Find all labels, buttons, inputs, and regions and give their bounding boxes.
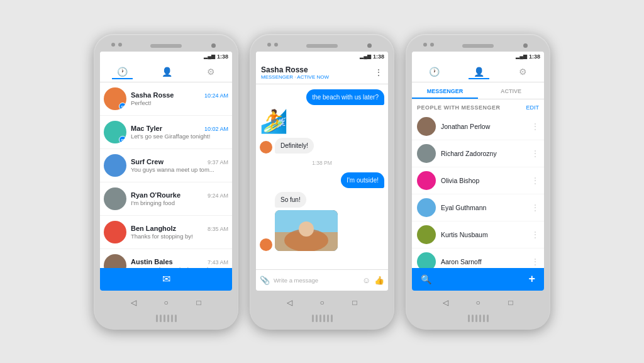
active-tab[interactable]: ACTIVE bbox=[478, 85, 544, 99]
people-item-olivia[interactable]: Olivia Bishop ⋮ bbox=[412, 167, 544, 194]
signal-icon-3: ▂▄▆ bbox=[516, 53, 527, 59]
tab-recent[interactable]: 🕐 bbox=[112, 65, 133, 79]
more-aaron[interactable]: ⋮ bbox=[531, 257, 539, 266]
conv-item-mac[interactable]: m Mac Tyler 10:02 AM Let's go see Giraff… bbox=[100, 116, 232, 149]
more-jonathan[interactable]: ⋮ bbox=[531, 122, 539, 131]
messenger-tab[interactable]: MESSENGER bbox=[412, 85, 478, 99]
conv-info-surf: Surf Crew 9:37 AM You guys wanna meet up… bbox=[131, 158, 228, 173]
time-1: 1:38 bbox=[217, 53, 228, 60]
people-item-aaron[interactable]: Aaron Sarnoff ⋮ bbox=[412, 249, 544, 268]
time-2: 1:38 bbox=[373, 53, 384, 60]
dot-3 bbox=[267, 43, 271, 47]
people-bottom-bar: 🔍 + bbox=[412, 268, 544, 291]
dot-1 bbox=[111, 43, 115, 47]
phone-top-bar-2 bbox=[255, 42, 389, 52]
edit-button[interactable]: EDIT bbox=[526, 104, 539, 111]
person-name-richard: Richard Zadorozny bbox=[441, 150, 531, 157]
person-name-jonathan: Jonathan Perlow bbox=[441, 123, 531, 130]
recents-button-2[interactable]: □ bbox=[348, 296, 362, 310]
home-button-1[interactable]: ○ bbox=[159, 296, 173, 310]
conv-preview-ben: Thanks for stopping by! bbox=[131, 233, 228, 240]
chat-input-bar: 📎 Write a message ☺ 👍 bbox=[256, 269, 388, 291]
bottom-speaker-3 bbox=[468, 315, 489, 322]
more-olivia[interactable]: ⋮ bbox=[531, 176, 539, 185]
dot-2 bbox=[118, 43, 122, 47]
msg-group-in: So fun! bbox=[275, 192, 338, 251]
tab-settings-3[interactable]: ⚙ bbox=[514, 65, 532, 79]
conv-item-ben[interactable]: Ben Langholz 8:35 AM Thanks for stopping… bbox=[100, 216, 232, 249]
conv-top-surf: Surf Crew 9:37 AM bbox=[131, 158, 228, 165]
bottom-speaker-2 bbox=[312, 315, 333, 322]
more-kurtis[interactable]: ⋮ bbox=[531, 230, 539, 239]
phone-nav-1: ◁ ○ □ bbox=[99, 291, 233, 312]
compose-icon: ✉ bbox=[162, 273, 170, 285]
add-person-icon[interactable]: + bbox=[528, 272, 535, 286]
app-header-1: 🕐 👤 ⚙ bbox=[100, 62, 232, 82]
person-name-kurtis: Kurtis Nusbaum bbox=[441, 231, 531, 238]
status-bar-1: ▂▄▆ 1:38 bbox=[100, 52, 232, 62]
conv-info-sasha: Sasha Rosse 10:24 AM Perfect! bbox=[131, 91, 228, 106]
more-richard[interactable]: ⋮ bbox=[531, 149, 539, 158]
avatar-mac: m bbox=[104, 121, 126, 143]
conv-item-surf[interactable]: Surf Crew 9:37 AM You guys wanna meet up… bbox=[100, 149, 232, 182]
tab-people[interactable]: 👤 bbox=[157, 65, 177, 79]
back-button-2[interactable]: ◁ bbox=[282, 296, 296, 310]
conv-top-mac: Mac Tyler 10:02 AM bbox=[131, 125, 228, 132]
phone-1: ▂▄▆ 1:38 🕐 👤 ⚙ m bbox=[94, 34, 238, 330]
conv-name-ben: Ben Langholz bbox=[131, 225, 176, 232]
beach-photo-svg bbox=[275, 210, 338, 251]
home-button-3[interactable]: ○ bbox=[471, 296, 485, 310]
message-in-1: Definitely! bbox=[275, 138, 314, 154]
tab-settings[interactable]: ⚙ bbox=[202, 65, 220, 79]
speaker-2 bbox=[306, 44, 338, 48]
conv-item-ryan[interactable]: Ryan O'Rourke 9:24 AM I'm bringing food bbox=[100, 182, 232, 216]
like-icon[interactable]: 👍 bbox=[374, 276, 384, 285]
home-button-2[interactable]: ○ bbox=[315, 296, 329, 310]
chat-body: the beach with us later? 🏄 Definitely! 1… bbox=[256, 84, 388, 269]
phone-3: ▂▄▆ 1:38 🕐 👤 ⚙ MESSENGER ACTIVE PEOPLE W… bbox=[406, 34, 550, 330]
avatar-surf bbox=[104, 154, 126, 177]
conv-name-surf: Surf Crew bbox=[131, 158, 164, 165]
search-icon[interactable]: 🔍 bbox=[421, 274, 431, 284]
message-text-4: So fun! bbox=[280, 196, 301, 203]
conv-preview-surf: You guys wanna meet up tom... bbox=[131, 166, 228, 173]
conv-time-mac: 10:02 AM bbox=[204, 126, 228, 132]
chat-image-beach bbox=[275, 210, 338, 251]
message-text-2: Definitely! bbox=[280, 142, 308, 149]
people-item-eyal[interactable]: Eyal Guthmann ⋮ bbox=[412, 194, 544, 221]
emoji-icon[interactable]: ☺ bbox=[362, 276, 370, 285]
back-button-1[interactable]: ◁ bbox=[126, 296, 140, 310]
conv-preview-mac: Let's go see Giraffage tonight! bbox=[131, 133, 228, 140]
recents-button-1[interactable]: □ bbox=[192, 296, 206, 310]
avatar-richard bbox=[417, 144, 436, 163]
sticker-surfer: 🏄 bbox=[260, 110, 288, 133]
camera-1 bbox=[211, 43, 216, 48]
people-list: Jonathan Perlow ⋮ Richard Zadorozny ⋮ Ol… bbox=[412, 113, 544, 268]
more-options-icon[interactable]: ⋮ bbox=[374, 67, 383, 77]
avatar-sasha: m bbox=[104, 87, 126, 110]
camera-3 bbox=[523, 43, 528, 48]
person-name-aaron: Aaron Sarnoff bbox=[441, 258, 531, 265]
tab-people-3[interactable]: 👤 bbox=[469, 65, 489, 79]
conv-item-austin[interactable]: m Austin Bales 7:43 AM Meet you downstai… bbox=[100, 249, 232, 268]
tab-recent-3[interactable]: 🕐 bbox=[424, 65, 445, 79]
badge-sasha: m bbox=[119, 103, 126, 110]
people-item-jonathan[interactable]: Jonathan Perlow ⋮ bbox=[412, 113, 544, 140]
message-text-1: the beach with us later? bbox=[312, 94, 379, 101]
message-input[interactable]: Write a message bbox=[274, 277, 358, 284]
avatar-sasha-chat bbox=[260, 141, 272, 154]
recents-button-3[interactable]: □ bbox=[504, 296, 518, 310]
person-name-eyal: Eyal Guthmann bbox=[441, 204, 531, 211]
conv-name-mac: Mac Tyler bbox=[131, 125, 162, 132]
app-header-3: 🕐 👤 ⚙ bbox=[412, 62, 544, 82]
attachment-icon[interactable]: 📎 bbox=[260, 276, 270, 285]
person-name-olivia: Olivia Bishop bbox=[441, 177, 531, 184]
more-eyal[interactable]: ⋮ bbox=[531, 203, 539, 212]
conv-info-ryan: Ryan O'Rourke 9:24 AM I'm bringing food bbox=[131, 191, 228, 206]
conv-preview-sasha: Perfect! bbox=[131, 99, 228, 106]
conv-item-sasha[interactable]: m Sasha Rosse 10:24 AM Perfect! bbox=[100, 82, 232, 116]
people-item-richard[interactable]: Richard Zadorozny ⋮ bbox=[412, 140, 544, 167]
back-button-3[interactable]: ◁ bbox=[438, 296, 452, 310]
compose-button[interactable]: ✉ bbox=[100, 268, 232, 291]
people-item-kurtis[interactable]: Kurtis Nusbaum ⋮ bbox=[412, 221, 544, 249]
